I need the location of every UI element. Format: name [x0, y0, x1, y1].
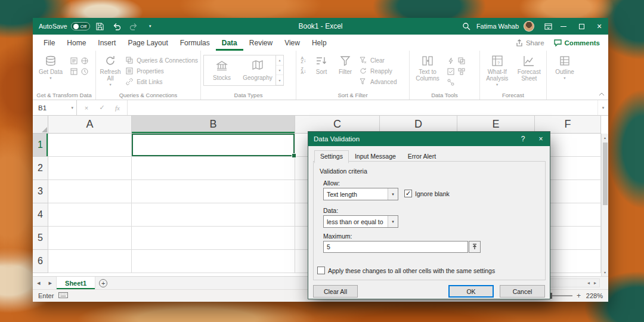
expand-formula-bar-icon[interactable]: ▾ — [597, 100, 608, 115]
autosave-toggle[interactable]: Off — [71, 22, 90, 30]
cell-A6[interactable] — [48, 250, 132, 273]
sheet-nav-right-icon[interactable]: ▸ — [45, 277, 57, 289]
cell-A3[interactable] — [48, 180, 132, 203]
from-table-range-icon[interactable] — [69, 67, 79, 76]
chevron-down-icon[interactable]: ▾ — [388, 188, 398, 200]
tab-file[interactable]: File — [38, 35, 61, 51]
cell-A5[interactable] — [48, 227, 132, 250]
row-header-1[interactable]: 1 — [33, 134, 48, 157]
cell-B2[interactable] — [132, 157, 295, 180]
quick-access-dropdown[interactable]: ▾ — [144, 18, 157, 35]
maximize-button[interactable] — [572, 18, 590, 35]
column-header-A[interactable]: A — [48, 116, 132, 134]
row-header-6[interactable]: 6 — [33, 250, 48, 273]
minimize-button[interactable] — [555, 18, 572, 35]
remove-duplicates-icon[interactable] — [457, 56, 466, 66]
tab-review[interactable]: Review — [243, 35, 278, 51]
tab-data[interactable]: Data — [216, 35, 243, 51]
collapse-dialog-button[interactable] — [469, 241, 481, 253]
comments-button[interactable]: Comments — [554, 39, 600, 47]
flash-fill-icon[interactable] — [446, 56, 456, 66]
formula-input[interactable] — [128, 100, 597, 115]
cell-B1[interactable] — [132, 134, 295, 157]
add-sheet-button[interactable]: + — [95, 277, 111, 289]
reapply-button[interactable]: Reapply — [358, 66, 397, 76]
checkbox-box[interactable] — [404, 190, 412, 197]
data-validation-icon[interactable] — [446, 67, 456, 76]
avatar[interactable] — [524, 21, 534, 32]
row-header-2[interactable]: 2 — [33, 157, 48, 180]
clear-filter-button[interactable]: Clear — [358, 55, 397, 66]
cancel-button[interactable]: Cancel — [500, 285, 545, 298]
ok-button[interactable]: OK — [448, 285, 494, 298]
enter-icon[interactable]: ✓ — [94, 104, 110, 112]
gallery-up-icon[interactable]: ▴ — [276, 55, 283, 66]
tab-view[interactable]: View — [278, 35, 306, 51]
insert-function-button[interactable]: fx — [110, 104, 125, 112]
edit-links-button[interactable]: Edit Links — [125, 76, 198, 87]
tab-insert[interactable]: Insert — [92, 35, 122, 51]
cell-B3[interactable] — [132, 180, 295, 203]
maximum-input[interactable]: 5 — [323, 241, 468, 253]
dialog-title-bar[interactable]: Data Validation ? × — [308, 132, 550, 146]
dialog-tab-error-alert[interactable]: Error Alert — [402, 150, 442, 163]
chevron-down-icon[interactable]: ▾ — [388, 216, 398, 227]
scroll-down-icon[interactable]: ▾ — [604, 268, 606, 276]
cell-B4[interactable] — [132, 203, 295, 227]
advanced-button[interactable]: Advanced — [358, 76, 397, 87]
user-name[interactable]: Fatima Wahab — [476, 23, 519, 30]
recent-sources-icon[interactable] — [80, 67, 89, 76]
properties-button[interactable]: Properties — [125, 66, 198, 76]
row-header-4[interactable]: 4 — [33, 203, 48, 227]
relationships-icon[interactable] — [446, 78, 456, 87]
name-box[interactable]: B1 ▾ — [33, 100, 77, 115]
save-button[interactable] — [94, 18, 107, 35]
vertical-scrollbar[interactable]: ▴ ▾ — [601, 134, 608, 276]
redo-button[interactable] — [127, 18, 140, 35]
cell-A2[interactable] — [48, 157, 132, 180]
zoom-in-button[interactable]: + — [577, 292, 581, 300]
clear-all-button[interactable]: Clear All — [313, 285, 358, 298]
apply-all-checkbox[interactable]: Apply these changes to all other cells w… — [317, 267, 495, 274]
ribbon-display-options-icon[interactable] — [541, 18, 555, 35]
share-button[interactable]: Share — [516, 39, 544, 47]
consolidate-icon[interactable] — [457, 67, 466, 76]
chevron-down-icon[interactable]: ▾ — [71, 106, 73, 110]
row-header-3[interactable]: 3 — [33, 180, 48, 203]
sheet-tab-sheet1[interactable]: Sheet1 — [56, 277, 95, 289]
refresh-all-button[interactable]: Refresh All ▾ — [98, 52, 122, 86]
collapse-ribbon-icon[interactable] — [599, 89, 605, 98]
tab-page-layout[interactable]: Page Layout — [122, 35, 174, 51]
vertical-scroll-thumb[interactable] — [603, 143, 608, 205]
checkbox-box[interactable] — [317, 267, 325, 274]
cell-A1[interactable] — [48, 134, 132, 157]
outline-button[interactable]: Outline ▾ — [549, 52, 580, 80]
tab-home[interactable]: Home — [61, 35, 92, 51]
get-data-button[interactable]: Get Data ▾ — [35, 52, 66, 80]
cell-B6[interactable] — [132, 250, 295, 273]
cell-A4[interactable] — [48, 203, 132, 227]
sort-ascending-icon[interactable]: AZ↓ — [299, 55, 308, 65]
gallery-more-icon[interactable]: ▾ — [276, 75, 283, 85]
dialog-tab-input-message[interactable]: Input Message — [349, 150, 402, 163]
from-text-csv-icon[interactable] — [69, 56, 79, 66]
column-header-B[interactable]: B — [132, 116, 295, 134]
cancel-icon[interactable]: × — [79, 104, 94, 112]
what-if-analysis-button[interactable]: ? What-If Analysis ▾ — [482, 52, 512, 86]
zoom-level[interactable]: 228% — [585, 292, 603, 299]
close-button[interactable]: × — [590, 18, 608, 35]
gallery-down-icon[interactable]: ▾ — [276, 66, 283, 76]
queries-connections-button[interactable]: Queries & Connections — [125, 55, 198, 66]
data-dropdown[interactable]: less than or equal to ▾ — [323, 215, 398, 228]
tab-help[interactable]: Help — [306, 35, 333, 51]
select-all-corner[interactable] — [33, 116, 48, 134]
ignore-blank-checkbox[interactable]: Ignore blank — [404, 190, 450, 197]
allow-dropdown[interactable]: Text length ▾ — [323, 188, 398, 200]
filter-button[interactable]: Filter — [335, 52, 356, 75]
tab-formulas[interactable]: Formulas — [174, 35, 216, 51]
forecast-sheet-button[interactable]: Forecast Sheet — [515, 52, 544, 82]
scroll-left-icon[interactable]: ◂ — [587, 280, 590, 286]
scroll-up-icon[interactable]: ▴ — [604, 134, 606, 141]
row-header-5[interactable]: 5 — [33, 227, 48, 250]
sheet-nav-left-icon[interactable]: ◂ — [33, 277, 45, 289]
